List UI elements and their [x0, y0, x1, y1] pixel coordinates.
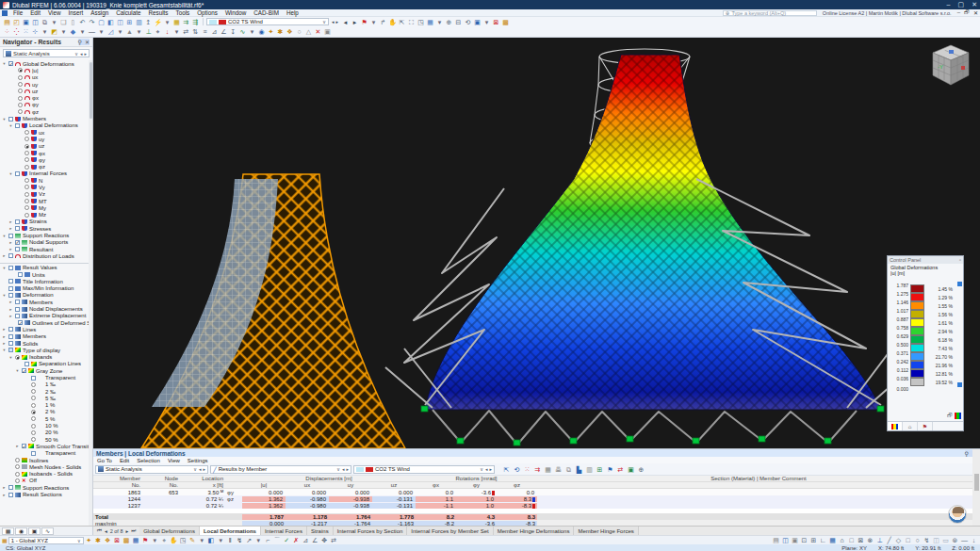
scale-slider-bottom-handle[interactable]: [957, 382, 962, 387]
tree-checkbox[interactable]: [31, 424, 36, 429]
tree-checkbox[interactable]: [31, 430, 36, 435]
tree-checkbox[interactable]: [8, 234, 13, 238]
results-menu-arrow[interactable]: ▾: [369, 18, 378, 26]
tree-checkbox[interactable]: [8, 293, 13, 298]
menu-item[interactable]: Tools: [172, 9, 193, 16]
paste-icon[interactable]: ▯: [69, 18, 77, 26]
tree-checkbox[interactable]: [18, 89, 23, 93]
previous-load-case-arrow[interactable]: ◂: [341, 18, 350, 26]
table-menu-item[interactable]: Selection: [133, 458, 164, 463]
tree-checkbox[interactable]: [31, 451, 36, 456]
tree-item[interactable]: Isolines: [0, 457, 89, 463]
table-scrollbar[interactable]: [972, 449, 980, 526]
half-view-menu-arrow[interactable]: ▾: [217, 536, 225, 544]
tree-checkbox[interactable]: [8, 348, 13, 352]
workplane-icon[interactable]: ❖: [286, 27, 294, 36]
clear-selection-icon[interactable]: ⊗: [866, 536, 874, 544]
select-nodes-icon[interactable]: ⁘: [3, 27, 11, 36]
pan-view-icon[interactable]: ✋: [170, 536, 178, 544]
tree-checkbox[interactable]: [15, 458, 20, 462]
dimension-icon[interactable]: ⊿: [210, 27, 219, 36]
tree-checkbox[interactable]: [8, 266, 13, 270]
circle-snap-icon[interactable]: ○: [913, 536, 922, 544]
tree-checkbox[interactable]: [15, 300, 20, 304]
table-analysis-combo[interactable]: Static Analysis ∨ ◂▸: [95, 465, 208, 474]
line-grid-icon[interactable]: ≡: [201, 27, 209, 36]
tree-item[interactable]: Units: [0, 271, 89, 278]
navigator-close-icon[interactable]: ✕: [85, 39, 90, 45]
print-icon[interactable]: ⧉: [41, 18, 49, 26]
first-table-button[interactable]: ⏮: [97, 527, 102, 534]
tree-checkbox[interactable]: [15, 472, 20, 477]
table-filter-icon[interactable]: ⚑: [606, 465, 614, 474]
tree-checkbox[interactable]: [24, 137, 29, 141]
table-row[interactable]: 1863 653 3.50 ᴹ φy 0.000 0.000 0.000 0.0…: [93, 489, 980, 495]
menu-item[interactable]: Edit: [26, 9, 44, 16]
menu-item[interactable]: Insert: [65, 9, 88, 16]
move-objects-icon[interactable]: ✥: [320, 536, 329, 544]
doc-minimize-button[interactable]: –: [957, 9, 960, 16]
previous-zoom-icon[interactable]: ◳: [179, 536, 188, 544]
snap-modes-icon[interactable]: ▦: [828, 536, 837, 544]
triangle-tool-icon[interactable]: △: [304, 27, 313, 36]
user-avatar[interactable]: [948, 505, 967, 524]
table-add-icon[interactable]: ⊞: [596, 465, 604, 474]
prev-table-button[interactable]: ◂: [105, 528, 107, 534]
new-surface-icon[interactable]: ◿: [106, 27, 115, 36]
tree-checkbox[interactable]: [18, 109, 23, 114]
tree-item[interactable]: ▸ Resultant: [0, 246, 89, 252]
expander-icon[interactable]: ▾: [2, 348, 7, 352]
select-menu-arrow[interactable]: ▾: [41, 27, 49, 36]
check-model-icon[interactable]: ✓: [283, 536, 291, 544]
tree-item[interactable]: φz: [0, 163, 89, 170]
load-case-combo[interactable]: CO2 TS Wind ∨: [206, 18, 329, 25]
table-search-icon[interactable]: ⊕: [637, 465, 645, 474]
tree-checkbox[interactable]: [24, 144, 29, 149]
model-viewport[interactable]: -Y Control Panel ▫ Global Deformations |…: [93, 38, 980, 448]
tree-checkbox[interactable]: [31, 403, 36, 408]
table-export-excel-icon[interactable]: ▦: [544, 465, 552, 474]
tree-item[interactable]: ux: [0, 129, 89, 136]
new-member-icon[interactable]: —: [88, 27, 96, 36]
navigator-tab-results[interactable]: ∿: [41, 527, 54, 535]
previous-view-icon[interactable]: ◳: [416, 18, 425, 26]
tree-checkbox[interactable]: [18, 82, 23, 87]
tree-checkbox[interactable]: [31, 382, 36, 387]
tree-item[interactable]: Max/Min Information: [0, 285, 89, 292]
angle-icon[interactable]: ∠: [220, 27, 228, 36]
table-menu-item[interactable]: View: [164, 458, 184, 463]
new-solid-menu-arrow[interactable]: ▾: [135, 27, 143, 36]
section-planes-icon[interactable]: ‖: [226, 536, 235, 544]
combinations-icon[interactable]: ⇉: [182, 18, 190, 26]
polyline-icon[interactable]: ⌐: [264, 536, 272, 544]
tree-item[interactable]: φy: [0, 156, 89, 163]
new-load-menu-arrow[interactable]: ▾: [172, 27, 181, 36]
expander-icon[interactable]: ▾: [8, 123, 13, 128]
calculate-menu-arrow[interactable]: ▾: [163, 18, 172, 26]
layers-icon[interactable]: ◫: [781, 536, 790, 544]
trajectory-icon[interactable]: ↯: [236, 536, 244, 544]
table-copy-icon[interactable]: ⧉: [564, 465, 573, 474]
tree-item[interactable]: ▾ Deformation: [0, 292, 89, 299]
edit-objects-icon[interactable]: ✎: [188, 536, 197, 544]
tree-item[interactable]: ▸ Smooth Color Transition: [0, 443, 89, 449]
isometric-view-icon[interactable]: ▦: [426, 18, 434, 26]
tree-item[interactable]: |u|: [0, 67, 89, 73]
select-lines-icon[interactable]: ⁛: [12, 27, 21, 36]
guidelines-icon[interactable]: ✦: [267, 27, 275, 36]
line-draw-icon[interactable]: ↗: [245, 536, 253, 544]
last-table-button[interactable]: ⏭: [131, 527, 136, 534]
table-print-icon[interactable]: 🖶: [554, 465, 563, 474]
new-node-icon[interactable]: ◩: [50, 27, 58, 36]
clipping-box-icon[interactable]: ❖: [104, 536, 112, 544]
tree-checkbox[interactable]: [18, 272, 23, 277]
new-surface-menu-arrow[interactable]: ▾: [116, 27, 124, 36]
tree-item[interactable]: 50 %: [0, 436, 89, 443]
tree-checkbox[interactable]: [8, 61, 13, 66]
table-select-icon[interactable]: ⇱: [502, 465, 511, 474]
tree-item[interactable]: Vz: [0, 191, 89, 198]
render-mode-icon[interactable]: ⊜: [951, 536, 959, 544]
tree-item[interactable]: Mesh Nodes - Solids: [0, 463, 89, 470]
tree-item[interactable]: ▾ Result Values: [0, 265, 89, 271]
tree-item[interactable]: φx: [0, 150, 89, 156]
